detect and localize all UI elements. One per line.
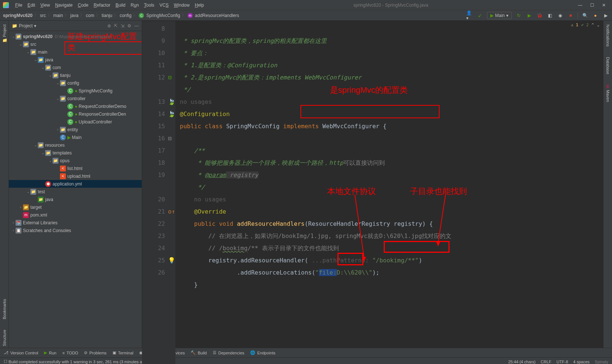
menu-code[interactable]: Code <box>75 3 91 8</box>
hide-icon[interactable]: — <box>134 23 139 28</box>
ide-features-button[interactable]: ● <box>592 12 599 19</box>
tree-request-controller[interactable]: C● RequestControllerDemo <box>9 102 142 110</box>
user-icon[interactable]: 👤▾ <box>466 12 473 19</box>
tree-resources[interactable]: ⌄📁resources <box>9 141 142 149</box>
notifications-tool-button[interactable]: Notifications <box>606 23 610 48</box>
structure-tool-button[interactable]: Structure <box>2 328 7 348</box>
code-editor[interactable]: ⚠ 1 ✔ 2 ^⌄ 89101112 13141516171819 20212… <box>142 21 603 364</box>
database-tool-button[interactable]: Database <box>606 55 610 76</box>
implements-highlight-box <box>300 105 440 118</box>
project-tool-button[interactable]: 📁 Project <box>2 23 7 45</box>
right-tool-strip: Notifications Database m Maven <box>603 21 612 348</box>
tree-springmvcconfig[interactable]: C● SpringMvcConfig <box>9 87 142 95</box>
menu-navigate[interactable]: Navigate <box>53 3 75 8</box>
tree-external[interactable]: ›📚External Libraries <box>9 219 142 227</box>
tree-main[interactable]: ⌄📁main <box>9 48 142 56</box>
tree-root[interactable]: ⌄📁springMvc620D:\Myprogram\idea-workspac… <box>9 33 142 40</box>
editor-area: Main.java× ResponseControllerDemo.java× … <box>142 21 603 348</box>
rerun-button[interactable]: ↻ <box>515 12 522 19</box>
status-message: Build completed successfully with 1 warn… <box>9 360 148 364</box>
todo-button[interactable]: ≡ TODO <box>62 351 78 355</box>
tree-upload-controller[interactable]: C● UploadController <box>9 118 142 126</box>
window-close[interactable]: ✕ <box>599 1 609 9</box>
arrow-1 <box>353 195 368 261</box>
tree-src[interactable]: ⌄📁src <box>9 40 142 48</box>
annotation-4: 子目录也能找到 <box>410 185 467 197</box>
problems-button[interactable]: ⊘ Problems <box>84 350 106 355</box>
tree-upload-html[interactable]: <upload.html <box>9 172 142 180</box>
watermark: Spinaty <box>595 360 608 364</box>
tree-java[interactable]: ⌄📁java <box>9 56 142 64</box>
run-config-selector[interactable]: ▶Main▾ <box>487 12 512 19</box>
intellij-icon <box>3 2 9 8</box>
terminal-button[interactable]: ▣ Terminal <box>112 350 134 355</box>
maven-tool-button[interactable]: m Maven <box>606 83 610 103</box>
coverage-button[interactable]: ◧ <box>547 12 553 19</box>
menu-window[interactable]: Window <box>171 3 192 8</box>
breadcrumb[interactable]: springMvc620〉 src〉 main〉 java〉 com〉 tian… <box>3 12 239 18</box>
tree-config[interactable]: ⌄📁config <box>9 79 142 87</box>
menu-build[interactable]: Build <box>113 3 128 8</box>
run-button[interactable]: ▶ <box>526 12 532 19</box>
git-update-icon[interactable]: ↙ <box>477 12 483 19</box>
menu-vcs[interactable]: VCS <box>157 3 171 8</box>
menu-edit[interactable]: Edit <box>25 3 38 8</box>
version-control-button[interactable]: ⎇ Version Control <box>4 350 38 355</box>
select-opened-icon[interactable]: ⊕ <box>107 23 111 28</box>
menu-refactor[interactable]: Refactor <box>91 3 113 8</box>
menu-run[interactable]: Run <box>128 3 141 8</box>
tree-entity[interactable]: ›📁entity <box>9 126 142 133</box>
pathpattern-highlight-box <box>384 241 450 253</box>
code-body[interactable]: * springMvc的配置类，spring的相关配置都在这里 * 要点： * … <box>175 21 603 364</box>
tree-scratches[interactable]: ›📋Scratches and Consoles <box>9 227 142 234</box>
method-icon: m <box>188 13 193 18</box>
stop-button[interactable]: ■ <box>567 12 574 19</box>
menu-view[interactable]: View <box>38 3 53 8</box>
status-indicator[interactable]: ☐ <box>4 359 7 364</box>
tree-list-html[interactable]: <list.html <box>9 164 142 172</box>
project-tree[interactable]: 新建springMvc配置类 ⌄📁springMvc620D:\Myprogra… <box>9 31 142 348</box>
tree-test[interactable]: ⌄📁test <box>9 188 142 195</box>
svg-marker-3 <box>436 242 440 246</box>
tree-pom[interactable]: mpom.xml <box>9 211 142 219</box>
menu-tools[interactable]: Tools <box>141 3 157 8</box>
tree-controller[interactable]: ⌄📁controller <box>9 95 142 102</box>
tree-tianju[interactable]: ⌄📁tianju <box>9 71 142 79</box>
navbar: springMvc620〉 src〉 main〉 java〉 com〉 tian… <box>0 10 612 21</box>
menu-file[interactable]: File <box>13 3 25 8</box>
tree-test-java[interactable]: 📁java <box>9 195 142 203</box>
tree-response-controller[interactable]: C● ResponseControllerDen <box>9 110 142 118</box>
tree-target[interactable]: ›📁target <box>9 203 142 211</box>
menu-help[interactable]: Help <box>192 3 206 8</box>
tree-com[interactable]: ⌄📁com <box>9 64 142 71</box>
gutter-icons: ⊟ 🍃🍃 ⊟ o↑ 💡 <box>168 21 175 364</box>
debug-button[interactable]: 🐞 <box>536 12 543 19</box>
breadcrumb-project[interactable]: springMvc620 <box>3 13 33 18</box>
bookmarks-tool-button[interactable]: Bookmarks <box>2 297 7 321</box>
search-button[interactable]: 🔍 <box>582 12 588 19</box>
window-minimize[interactable]: — <box>575 1 585 9</box>
tree-templates[interactable]: ⌄📁templates <box>9 149 142 157</box>
profile-button[interactable]: ◉ <box>557 12 564 19</box>
tree-main-class[interactable]: C▶ Main <box>9 133 142 141</box>
tree-opus[interactable]: ⌄📁opus <box>9 157 142 164</box>
titlebar: File Edit View Navigate Code Refactor Bu… <box>0 0 612 10</box>
gear-icon[interactable]: ⚙ <box>127 23 131 28</box>
run-tool-button[interactable]: ▶ Run <box>44 350 56 355</box>
project-panel-title[interactable]: 📁 Project ▾ <box>12 23 36 28</box>
class-icon: C <box>139 13 144 18</box>
left-tool-strip: 📁 Project Bookmarks Structure <box>0 21 9 348</box>
annotation-3: 本地文件协议 <box>327 185 376 197</box>
line-gutter[interactable]: 89101112 13141516171819 20212223242526 <box>142 21 168 364</box>
expand-all-icon[interactable]: ⇱ <box>114 23 118 28</box>
toolbox-button[interactable]: ▶ <box>602 12 609 19</box>
project-panel: 📁 Project ▾ ⊕ ⇱ ⇲ ⚙ — 新建springMvc配置类 ⌄📁s… <box>9 21 142 348</box>
tree-app-yml[interactable]: ⬢application.yml <box>9 180 142 188</box>
window-title: springMvc620 - SpringMvcConfig.java <box>206 3 575 8</box>
window-maximize[interactable]: ☐ <box>587 1 597 9</box>
annotation-2: 是springMvc的配置类 <box>330 84 408 96</box>
collapse-icon[interactable]: ⇲ <box>121 23 124 28</box>
